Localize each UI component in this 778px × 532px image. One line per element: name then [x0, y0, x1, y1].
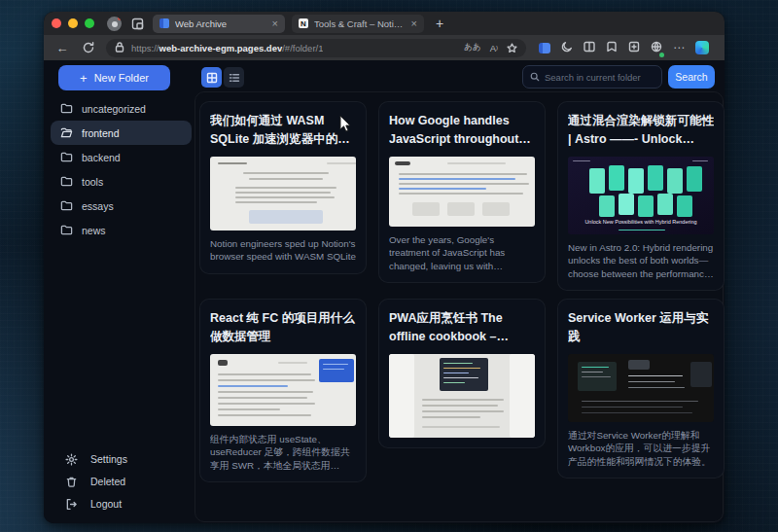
browser-tab-bar: Web Archive × N Tools & Craft – Notion B…	[44, 12, 725, 35]
reload-icon[interactable]	[80, 39, 97, 56]
new-folder-label: New Folder	[94, 72, 149, 84]
lock-icon	[115, 39, 124, 56]
thumbnail-caption: Unlock New Possibilities with Hybrid Ren…	[568, 219, 714, 226]
settings-button[interactable]: Settings	[57, 448, 184, 470]
more-options-icon[interactable]: ⋯	[673, 41, 685, 54]
collections-add-icon[interactable]	[628, 39, 640, 56]
article-title: React 纯 FC 的项目用什么做数据管理	[210, 309, 356, 346]
article-description: 组件内部状态用 useState、useReducer 足够，跨组件数据共享用 …	[210, 433, 356, 473]
article-card[interactable]: 通过混合渲染解锁新可能性 | Astro ——- Unlock New… U	[557, 101, 725, 291]
article-description: Notion engineers sped up Notion's browse…	[210, 237, 356, 264]
dark-mode-icon[interactable]	[561, 39, 573, 56]
article-thumbnail	[210, 157, 356, 231]
deleted-label: Deleted	[90, 476, 125, 487]
folder-label: news	[82, 225, 106, 236]
folder-label: uncategorized	[82, 103, 146, 115]
browser-window: Web Archive × N Tools & Craft – Notion B…	[44, 12, 725, 523]
profile-avatar[interactable]	[107, 17, 122, 31]
article-title: How Google handles JavaScript throughout…	[389, 112, 535, 149]
article-thumbnail	[210, 354, 356, 426]
article-thumbnail	[568, 354, 714, 422]
gear-icon	[65, 453, 78, 466]
avatar-head-icon	[112, 21, 118, 27]
browser-essentials-icon[interactable]	[651, 39, 662, 56]
article-thumbnail: Unlock New Possibilities with Hybrid Ren…	[568, 157, 714, 234]
read-aloud-icon[interactable]: A)	[490, 43, 498, 53]
folder-label: essays	[82, 200, 114, 212]
logout-button[interactable]: Logout	[57, 493, 184, 514]
window-controls	[52, 18, 94, 28]
new-tab-button[interactable]: +	[431, 15, 448, 32]
sidebar-item-essays[interactable]: essays	[51, 194, 192, 218]
sidebar-item-uncategorized[interactable]: uncategorized	[51, 96, 192, 121]
web-archive-favicon	[159, 18, 169, 28]
zoom-window-button[interactable]	[85, 18, 94, 28]
trash-icon	[65, 476, 78, 488]
close-tab-icon[interactable]: ×	[272, 18, 278, 29]
view-toggle	[201, 67, 244, 88]
workspaces-icon[interactable]	[539, 43, 550, 53]
browser-toolbar: ← https://web-archive-egm.pages.dev/#/fo…	[44, 35, 725, 60]
tab-notion-blog[interactable]: N Tools & Craft – Notion Blog ×	[292, 15, 424, 33]
article-card[interactable]: 我们如何通过 WASM SQLite 加速浏览器中的 Notion ——-… N…	[199, 101, 367, 274]
folder-label: backend	[82, 152, 121, 163]
tab-web-archive[interactable]: Web Archive ×	[153, 15, 285, 33]
tab-title: Web Archive	[175, 18, 266, 29]
back-icon[interactable]: ←	[53, 39, 71, 56]
tab-title: Tools & Craft – Notion Blog	[314, 18, 406, 29]
article-card[interactable]: How Google handles JavaScript throughout…	[378, 101, 546, 283]
settings-label: Settings	[90, 453, 127, 465]
status-dot	[659, 53, 664, 57]
notion-favicon: N	[299, 18, 308, 28]
article-description: New in Astro 2.0: Hybrid rendering unloc…	[568, 241, 714, 281]
web-archive-app: + New Folder Search u	[44, 60, 725, 523]
search-input[interactable]	[545, 72, 654, 83]
logout-label: Logout	[90, 498, 122, 510]
article-thumbnail	[389, 157, 535, 227]
toolbar-extensions: ⋯	[539, 39, 709, 56]
article-description: 通过对Service Worker的理解和 Workbox的应用，可以进一步提升…	[568, 429, 714, 469]
article-card[interactable]: React 纯 FC 的项目用什么做数据管理 组件内部状态用	[199, 299, 367, 482]
folder-icon	[60, 199, 73, 212]
article-card[interactable]: PWA应用烹饪书 The offline cookbook –…	[378, 299, 546, 448]
close-tab-icon[interactable]: ×	[411, 18, 417, 29]
folder-label: frontend	[82, 127, 120, 139]
close-window-button[interactable]	[52, 18, 61, 28]
article-title: 我们如何通过 WASM SQLite 加速浏览器中的 Notion ——-…	[210, 112, 356, 149]
folder-label: tools	[82, 176, 103, 188]
translate-icon[interactable]: ああ	[464, 42, 480, 53]
tab-overview-icon[interactable]	[128, 15, 146, 32]
plus-icon: +	[80, 71, 88, 86]
new-folder-button[interactable]: + New Folder	[58, 65, 170, 90]
article-description: Over the years, Google's treatment of Ja…	[389, 233, 535, 273]
open-folder-icon	[60, 126, 73, 139]
article-title: Service Worker 运用与实践	[568, 309, 714, 346]
sidebar-item-frontend[interactable]: frontend	[51, 121, 192, 145]
search-box	[522, 65, 662, 89]
search-button[interactable]: Search	[668, 65, 715, 89]
desktop-wallpaper: Web Archive × N Tools & Craft – Notion B…	[0, 0, 778, 532]
folder-icon	[60, 175, 73, 188]
sidebar-item-tools[interactable]: tools	[51, 169, 192, 194]
favorite-star-icon[interactable]	[507, 43, 517, 53]
deleted-button[interactable]: Deleted	[57, 471, 184, 492]
split-screen-icon[interactable]	[584, 39, 595, 56]
article-thumbnail	[389, 354, 535, 438]
avatar-notification-dot	[118, 17, 122, 20]
address-bar[interactable]: https://web-archive-egm.pages.dev/#/fold…	[106, 39, 526, 57]
folder-icon	[60, 224, 73, 236]
sidebar-item-backend[interactable]: backend	[51, 145, 192, 169]
article-title: 通过混合渲染解锁新可能性 | Astro ——- Unlock New…	[568, 112, 714, 149]
folder-icon	[60, 102, 73, 115]
article-card[interactable]: Service Worker 运用与实践 通过对Service Worker的理…	[557, 299, 725, 479]
copilot-icon[interactable]	[695, 41, 709, 54]
article-title: PWA应用烹饪书 The offline cookbook –…	[389, 309, 535, 346]
minimize-window-button[interactable]	[68, 18, 78, 28]
logout-icon	[65, 498, 78, 511]
url-text: https://web-archive-egm.pages.dev/#/fold…	[131, 43, 323, 53]
list-view-button[interactable]	[224, 67, 244, 88]
favorites-hub-icon[interactable]	[606, 39, 618, 56]
sidebar-item-news[interactable]: news	[51, 218, 192, 242]
folder-icon	[60, 151, 73, 163]
grid-view-button[interactable]	[201, 67, 222, 88]
